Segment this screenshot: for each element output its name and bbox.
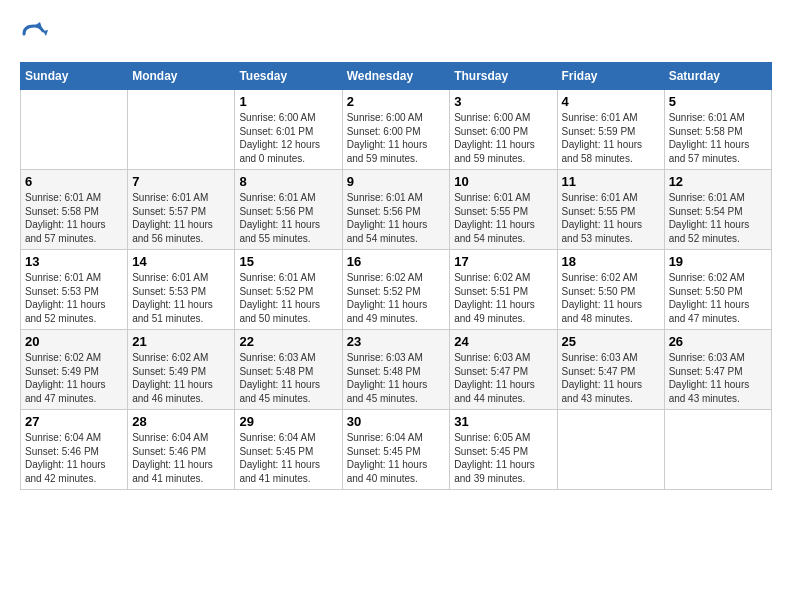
- day-cell: 25Sunrise: 6:03 AM Sunset: 5:47 PM Dayli…: [557, 330, 664, 410]
- day-number: 15: [239, 254, 337, 269]
- day-header-wednesday: Wednesday: [342, 63, 450, 90]
- day-cell: 2Sunrise: 6:00 AM Sunset: 6:00 PM Daylig…: [342, 90, 450, 170]
- day-number: 16: [347, 254, 446, 269]
- day-number: 31: [454, 414, 552, 429]
- day-number: 1: [239, 94, 337, 109]
- day-info: Sunrise: 6:04 AM Sunset: 5:45 PM Dayligh…: [239, 431, 337, 485]
- day-number: 14: [132, 254, 230, 269]
- day-number: 4: [562, 94, 660, 109]
- day-number: 2: [347, 94, 446, 109]
- day-info: Sunrise: 6:04 AM Sunset: 5:46 PM Dayligh…: [132, 431, 230, 485]
- day-number: 29: [239, 414, 337, 429]
- day-info: Sunrise: 6:02 AM Sunset: 5:51 PM Dayligh…: [454, 271, 552, 325]
- day-info: Sunrise: 6:01 AM Sunset: 5:58 PM Dayligh…: [669, 111, 767, 165]
- day-cell: [557, 410, 664, 490]
- day-info: Sunrise: 6:01 AM Sunset: 5:55 PM Dayligh…: [454, 191, 552, 245]
- day-info: Sunrise: 6:01 AM Sunset: 5:58 PM Dayligh…: [25, 191, 123, 245]
- day-info: Sunrise: 6:02 AM Sunset: 5:49 PM Dayligh…: [25, 351, 123, 405]
- day-cell: 29Sunrise: 6:04 AM Sunset: 5:45 PM Dayli…: [235, 410, 342, 490]
- day-header-friday: Friday: [557, 63, 664, 90]
- day-cell: [664, 410, 771, 490]
- day-info: Sunrise: 6:01 AM Sunset: 5:57 PM Dayligh…: [132, 191, 230, 245]
- day-number: 23: [347, 334, 446, 349]
- day-info: Sunrise: 6:01 AM Sunset: 5:56 PM Dayligh…: [239, 191, 337, 245]
- day-info: Sunrise: 6:02 AM Sunset: 5:52 PM Dayligh…: [347, 271, 446, 325]
- day-cell: 16Sunrise: 6:02 AM Sunset: 5:52 PM Dayli…: [342, 250, 450, 330]
- day-info: Sunrise: 6:04 AM Sunset: 5:45 PM Dayligh…: [347, 431, 446, 485]
- logo-icon: [20, 20, 48, 48]
- day-cell: 19Sunrise: 6:02 AM Sunset: 5:50 PM Dayli…: [664, 250, 771, 330]
- day-info: Sunrise: 6:01 AM Sunset: 5:59 PM Dayligh…: [562, 111, 660, 165]
- day-number: 19: [669, 254, 767, 269]
- day-cell: 21Sunrise: 6:02 AM Sunset: 5:49 PM Dayli…: [128, 330, 235, 410]
- day-info: Sunrise: 6:05 AM Sunset: 5:45 PM Dayligh…: [454, 431, 552, 485]
- day-cell: 30Sunrise: 6:04 AM Sunset: 5:45 PM Dayli…: [342, 410, 450, 490]
- week-row-4: 20Sunrise: 6:02 AM Sunset: 5:49 PM Dayli…: [21, 330, 772, 410]
- day-cell: 4Sunrise: 6:01 AM Sunset: 5:59 PM Daylig…: [557, 90, 664, 170]
- day-number: 25: [562, 334, 660, 349]
- day-number: 8: [239, 174, 337, 189]
- day-cell: 13Sunrise: 6:01 AM Sunset: 5:53 PM Dayli…: [21, 250, 128, 330]
- day-info: Sunrise: 6:01 AM Sunset: 5:55 PM Dayligh…: [562, 191, 660, 245]
- day-header-monday: Monday: [128, 63, 235, 90]
- day-number: 6: [25, 174, 123, 189]
- week-row-2: 6Sunrise: 6:01 AM Sunset: 5:58 PM Daylig…: [21, 170, 772, 250]
- day-cell: 12Sunrise: 6:01 AM Sunset: 5:54 PM Dayli…: [664, 170, 771, 250]
- day-info: Sunrise: 6:04 AM Sunset: 5:46 PM Dayligh…: [25, 431, 123, 485]
- day-cell: 15Sunrise: 6:01 AM Sunset: 5:52 PM Dayli…: [235, 250, 342, 330]
- day-number: 17: [454, 254, 552, 269]
- week-row-1: 1Sunrise: 6:00 AM Sunset: 6:01 PM Daylig…: [21, 90, 772, 170]
- calendar-container: SundayMondayTuesdayWednesdayThursdayFrid…: [0, 0, 792, 500]
- day-cell: [21, 90, 128, 170]
- day-info: Sunrise: 6:00 AM Sunset: 6:00 PM Dayligh…: [454, 111, 552, 165]
- day-number: 5: [669, 94, 767, 109]
- day-info: Sunrise: 6:03 AM Sunset: 5:47 PM Dayligh…: [454, 351, 552, 405]
- day-cell: 22Sunrise: 6:03 AM Sunset: 5:48 PM Dayli…: [235, 330, 342, 410]
- logo: [20, 20, 54, 48]
- day-number: 3: [454, 94, 552, 109]
- day-info: Sunrise: 6:01 AM Sunset: 5:53 PM Dayligh…: [25, 271, 123, 325]
- day-number: 7: [132, 174, 230, 189]
- day-number: 11: [562, 174, 660, 189]
- day-cell: [128, 90, 235, 170]
- day-cell: 24Sunrise: 6:03 AM Sunset: 5:47 PM Dayli…: [450, 330, 557, 410]
- day-cell: 7Sunrise: 6:01 AM Sunset: 5:57 PM Daylig…: [128, 170, 235, 250]
- week-row-3: 13Sunrise: 6:01 AM Sunset: 5:53 PM Dayli…: [21, 250, 772, 330]
- day-header-thursday: Thursday: [450, 63, 557, 90]
- day-cell: 5Sunrise: 6:01 AM Sunset: 5:58 PM Daylig…: [664, 90, 771, 170]
- day-info: Sunrise: 6:03 AM Sunset: 5:48 PM Dayligh…: [347, 351, 446, 405]
- day-info: Sunrise: 6:02 AM Sunset: 5:49 PM Dayligh…: [132, 351, 230, 405]
- day-header-sunday: Sunday: [21, 63, 128, 90]
- day-info: Sunrise: 6:03 AM Sunset: 5:47 PM Dayligh…: [562, 351, 660, 405]
- day-info: Sunrise: 6:01 AM Sunset: 5:53 PM Dayligh…: [132, 271, 230, 325]
- day-info: Sunrise: 6:00 AM Sunset: 6:00 PM Dayligh…: [347, 111, 446, 165]
- day-number: 22: [239, 334, 337, 349]
- day-info: Sunrise: 6:01 AM Sunset: 5:54 PM Dayligh…: [669, 191, 767, 245]
- day-cell: 17Sunrise: 6:02 AM Sunset: 5:51 PM Dayli…: [450, 250, 557, 330]
- day-cell: 23Sunrise: 6:03 AM Sunset: 5:48 PM Dayli…: [342, 330, 450, 410]
- day-cell: 26Sunrise: 6:03 AM Sunset: 5:47 PM Dayli…: [664, 330, 771, 410]
- day-cell: 28Sunrise: 6:04 AM Sunset: 5:46 PM Dayli…: [128, 410, 235, 490]
- header-row: SundayMondayTuesdayWednesdayThursdayFrid…: [21, 63, 772, 90]
- day-number: 30: [347, 414, 446, 429]
- day-header-tuesday: Tuesday: [235, 63, 342, 90]
- day-cell: 8Sunrise: 6:01 AM Sunset: 5:56 PM Daylig…: [235, 170, 342, 250]
- day-info: Sunrise: 6:00 AM Sunset: 6:01 PM Dayligh…: [239, 111, 337, 165]
- day-number: 9: [347, 174, 446, 189]
- day-number: 26: [669, 334, 767, 349]
- day-number: 24: [454, 334, 552, 349]
- week-row-5: 27Sunrise: 6:04 AM Sunset: 5:46 PM Dayli…: [21, 410, 772, 490]
- day-cell: 31Sunrise: 6:05 AM Sunset: 5:45 PM Dayli…: [450, 410, 557, 490]
- day-number: 20: [25, 334, 123, 349]
- day-cell: 20Sunrise: 6:02 AM Sunset: 5:49 PM Dayli…: [21, 330, 128, 410]
- day-cell: 18Sunrise: 6:02 AM Sunset: 5:50 PM Dayli…: [557, 250, 664, 330]
- day-number: 13: [25, 254, 123, 269]
- day-cell: 14Sunrise: 6:01 AM Sunset: 5:53 PM Dayli…: [128, 250, 235, 330]
- day-info: Sunrise: 6:03 AM Sunset: 5:47 PM Dayligh…: [669, 351, 767, 405]
- day-header-saturday: Saturday: [664, 63, 771, 90]
- day-info: Sunrise: 6:03 AM Sunset: 5:48 PM Dayligh…: [239, 351, 337, 405]
- day-number: 21: [132, 334, 230, 349]
- day-cell: 9Sunrise: 6:01 AM Sunset: 5:56 PM Daylig…: [342, 170, 450, 250]
- day-number: 10: [454, 174, 552, 189]
- day-cell: 27Sunrise: 6:04 AM Sunset: 5:46 PM Dayli…: [21, 410, 128, 490]
